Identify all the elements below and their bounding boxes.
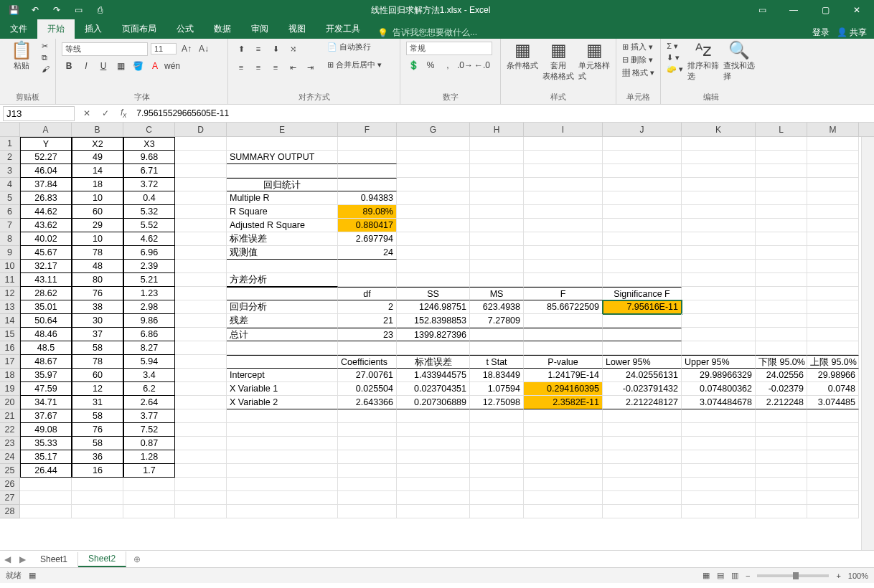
cell[interactable] [175, 505, 227, 518]
cell[interactable] [807, 232, 859, 246]
cell[interactable]: 76 [72, 423, 123, 437]
cell[interactable] [807, 341, 859, 355]
cell[interactable] [756, 505, 807, 518]
cell[interactable]: Significance F [603, 287, 682, 300]
cell[interactable]: 2.39 [123, 260, 175, 273]
cell[interactable]: 1399.827396 [397, 328, 470, 341]
cell[interactable] [175, 396, 227, 409]
row-header[interactable]: 4 [0, 178, 20, 191]
cell[interactable] [603, 273, 682, 287]
cell[interactable] [682, 151, 756, 164]
cell[interactable]: 37.84 [20, 178, 72, 191]
clear-icon[interactable]: 🧽 ▾ [667, 65, 683, 74]
cell[interactable] [603, 423, 682, 437]
row-header[interactable]: 9 [0, 246, 20, 260]
cell[interactable] [338, 437, 397, 450]
cell[interactable] [756, 260, 807, 273]
cell[interactable] [470, 137, 524, 151]
cell[interactable]: 35.33 [20, 437, 72, 450]
cell[interactable] [807, 464, 859, 478]
cell[interactable]: 12.75098 [470, 396, 524, 409]
cell[interactable]: 残差 [227, 314, 338, 328]
tab-developer[interactable]: 开发工具 [316, 19, 370, 39]
row-header[interactable]: 25 [0, 464, 20, 478]
align-right-icon[interactable]: ≡ [268, 60, 283, 75]
cell[interactable]: 89.08% [338, 205, 397, 219]
cell[interactable]: 0.0748 [807, 382, 859, 396]
cell[interactable]: 0.074800362 [682, 382, 756, 396]
align-bottom-icon[interactable]: ⬇ [268, 42, 283, 56]
row-header[interactable]: 7 [0, 219, 20, 232]
cell[interactable]: 4.62 [123, 232, 175, 246]
cell[interactable] [756, 491, 807, 505]
cell[interactable]: 43.62 [20, 219, 72, 232]
row-header[interactable]: 16 [0, 341, 20, 355]
cell[interactable]: 2.98 [123, 300, 175, 314]
cell[interactable] [603, 409, 682, 423]
cell[interactable] [807, 178, 859, 191]
cell[interactable]: 26.83 [20, 191, 72, 205]
cell[interactable] [603, 464, 682, 478]
cell[interactable]: 7.52 [123, 423, 175, 437]
cell[interactable] [397, 164, 470, 178]
cell[interactable]: R Square [227, 205, 338, 219]
cell[interactable]: 45.67 [20, 246, 72, 260]
cell[interactable] [72, 505, 123, 518]
cell[interactable]: 1.7 [123, 464, 175, 478]
cell[interactable]: 5.32 [123, 205, 175, 219]
cell[interactable] [524, 246, 603, 260]
cell[interactable]: F [524, 287, 603, 300]
find-select-button[interactable]: 🔍查找和选择 [723, 42, 755, 82]
cell[interactable]: 1.07594 [470, 382, 524, 396]
cell[interactable] [227, 341, 338, 355]
cell[interactable] [175, 287, 227, 300]
save-icon[interactable]: 💾 [6, 2, 22, 18]
row-header[interactable]: 12 [0, 287, 20, 300]
formula-input[interactable]: 7.95615529665605E-11 [132, 108, 874, 118]
cell[interactable] [175, 341, 227, 355]
percent-icon[interactable]: % [423, 58, 438, 72]
cell[interactable]: df [338, 287, 397, 300]
cell[interactable] [682, 423, 756, 437]
align-left-icon[interactable]: ≡ [234, 60, 248, 75]
row-header[interactable]: 11 [0, 273, 20, 287]
cell[interactable] [756, 246, 807, 260]
row-header[interactable]: 20 [0, 396, 20, 409]
row-header[interactable]: 26 [0, 478, 20, 491]
cell[interactable]: Adjusted R Square [227, 219, 338, 232]
cell[interactable] [227, 437, 338, 450]
cell[interactable] [807, 191, 859, 205]
phonetic-icon[interactable]: wén [165, 59, 179, 73]
cell[interactable]: 8.27 [123, 341, 175, 355]
cell[interactable] [338, 341, 397, 355]
cell[interactable] [807, 287, 859, 300]
cell[interactable] [175, 260, 227, 273]
cell[interactable]: 3.4 [123, 369, 175, 382]
cell[interactable] [227, 478, 338, 491]
cell[interactable] [524, 423, 603, 437]
cell[interactable]: 623.4938 [470, 300, 524, 314]
cell[interactable] [682, 300, 756, 314]
cell[interactable]: 38 [72, 300, 123, 314]
indent-dec-icon[interactable]: ⇤ [286, 60, 300, 75]
cell[interactable] [756, 205, 807, 219]
cell[interactable]: 18 [72, 178, 123, 191]
cell[interactable]: 3.72 [123, 178, 175, 191]
row-header[interactable]: 21 [0, 409, 20, 423]
cell[interactable] [227, 491, 338, 505]
cell[interactable] [524, 491, 603, 505]
cell[interactable]: 78 [72, 355, 123, 369]
number-format-select[interactable]: 常规 [406, 42, 492, 55]
cell[interactable] [682, 273, 756, 287]
cell[interactable] [524, 464, 603, 478]
cell[interactable] [756, 300, 807, 314]
cell[interactable] [175, 328, 227, 341]
cell[interactable]: 36 [72, 450, 123, 464]
cell[interactable] [807, 505, 859, 518]
cell[interactable] [603, 478, 682, 491]
cell[interactable] [470, 219, 524, 232]
cell[interactable]: Upper 95% [682, 355, 756, 369]
add-sheet-icon[interactable]: ⊕ [126, 554, 148, 564]
cell[interactable] [807, 437, 859, 450]
cell[interactable]: 3.77 [123, 409, 175, 423]
